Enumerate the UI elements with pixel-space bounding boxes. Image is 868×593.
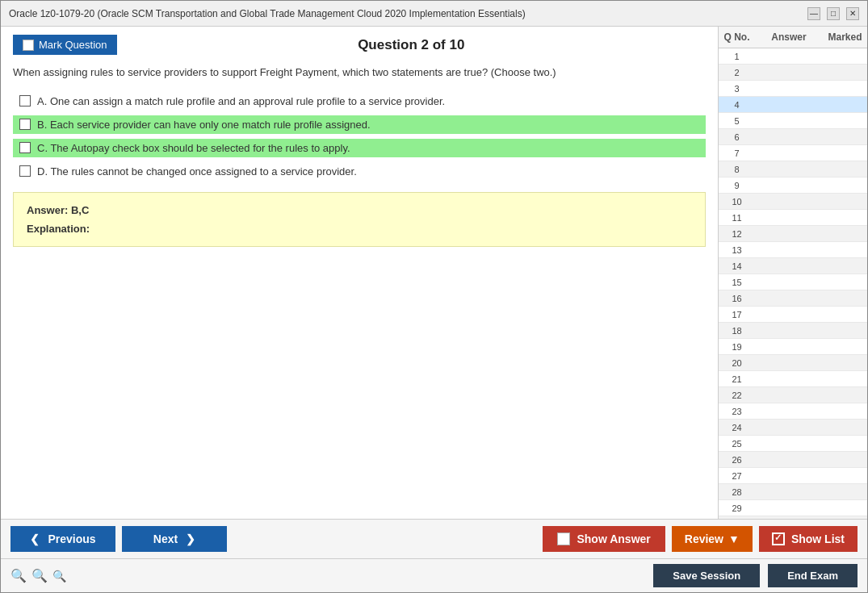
sidebar-marked-cell: [823, 443, 867, 445]
sidebar-row[interactable]: 11: [719, 210, 867, 226]
sidebar-row[interactable]: 29: [719, 500, 867, 516]
sidebar-marked-cell: [823, 395, 867, 396]
sidebar-row[interactable]: 22: [719, 387, 867, 403]
sidebar-qno-cell: 25: [719, 438, 755, 449]
sidebar-qno-cell: 15: [719, 277, 755, 288]
sidebar-row[interactable]: 21: [719, 371, 867, 387]
sidebar-row[interactable]: 28: [719, 484, 867, 500]
zoom-out-icon[interactable]: 🔍: [52, 570, 66, 583]
previous-button[interactable]: Previous: [10, 526, 115, 552]
sidebar-marked-cell: [823, 72, 867, 73]
mark-question-button[interactable]: Mark Question: [13, 35, 117, 55]
sidebar-qno-cell: 29: [719, 503, 755, 514]
sidebar-row[interactable]: 24: [719, 420, 867, 436]
sidebar-marked-cell: [823, 185, 867, 186]
sidebar-row[interactable]: 2: [719, 65, 867, 81]
header-row: Mark Question Question 2 of 10: [13, 35, 706, 55]
sidebar-qno-cell: 1: [719, 51, 755, 62]
sidebar-row[interactable]: 27: [719, 468, 867, 484]
sidebar-row[interactable]: 6: [719, 129, 867, 145]
maximize-button[interactable]: □: [827, 7, 840, 20]
sidebar-row[interactable]: 3: [719, 81, 867, 97]
sidebar-marked-cell: [823, 104, 867, 106]
sidebar-row[interactable]: 12: [719, 226, 867, 242]
sidebar-row[interactable]: 15: [719, 274, 867, 290]
option-d-checkbox[interactable]: [19, 165, 31, 177]
show-answer-label: Show Answer: [577, 532, 650, 545]
sidebar-row[interactable]: 8: [719, 161, 867, 177]
sidebar-marked-cell: [823, 459, 867, 461]
sidebar-answer-cell: [755, 378, 823, 380]
sidebar-marked-cell: [823, 152, 867, 154]
sidebar-answer-cell: [755, 507, 823, 509]
sidebar-answer-cell: [755, 411, 823, 412]
option-c-checkbox[interactable]: [19, 142, 31, 153]
sidebar-marked-cell: [823, 169, 867, 170]
mark-question-label: Mark Question: [39, 39, 107, 51]
sidebar-row[interactable]: 26: [719, 452, 867, 468]
show-list-label: Show List: [791, 532, 845, 545]
sidebar-marked-cell: [823, 201, 867, 203]
end-exam-label: End Exam: [787, 570, 838, 582]
option-a[interactable]: A. One can assign a match rule profile a…: [13, 92, 706, 111]
zoom-in-icon[interactable]: 🔍: [10, 568, 27, 583]
sidebar-row[interactable]: 19: [719, 339, 867, 355]
sidebar-row[interactable]: 25: [719, 436, 867, 452]
show-list-checkbox-icon: [772, 532, 785, 545]
sidebar-row[interactable]: 17: [719, 307, 867, 323]
close-button[interactable]: ✕: [846, 7, 859, 20]
previous-arrow-icon: [30, 532, 43, 545]
sidebar-answer-cell: [755, 233, 823, 235]
sidebar-row[interactable]: 16: [719, 290, 867, 307]
sidebar-answer-cell: [755, 314, 823, 315]
sidebar-row[interactable]: 18: [719, 323, 867, 339]
review-button[interactable]: Review ▼: [672, 526, 753, 552]
sidebar-row[interactable]: 13: [719, 242, 867, 258]
minimize-button[interactable]: —: [807, 7, 820, 20]
sidebar-row[interactable]: 1: [719, 48, 867, 65]
sidebar-answer-cell: [755, 185, 823, 186]
question-title: Question 2 of 10: [117, 37, 706, 53]
sidebar-answer-cell: [755, 298, 823, 299]
sidebar-qno-cell: 11: [719, 212, 755, 223]
sidebar-qno-cell: 2: [719, 67, 755, 78]
sidebar-marked-header: Marked: [823, 30, 867, 44]
zoom-reset-icon[interactable]: 🔍: [31, 568, 48, 583]
sidebar-marked-cell: [823, 314, 867, 315]
sidebar-marked-cell: [823, 411, 867, 412]
next-button[interactable]: Next: [122, 526, 227, 552]
option-b-checkbox[interactable]: [19, 119, 31, 130]
option-d[interactable]: D. The rules cannot be changed once assi…: [13, 162, 706, 181]
sidebar-row[interactable]: 7: [719, 145, 867, 161]
show-answer-checkbox-icon: [557, 532, 570, 545]
save-session-button[interactable]: Save Session: [653, 564, 760, 587]
option-c[interactable]: C. The Autopay check box should be selec…: [13, 139, 706, 157]
sidebar-qno-cell: 13: [719, 244, 755, 256]
sidebar-qno-cell: 10: [719, 196, 755, 207]
sidebar-row[interactable]: 10: [719, 194, 867, 210]
sidebar-marked-cell: [823, 475, 867, 477]
sidebar-answer-cell: [755, 459, 823, 461]
sidebar-qno-header: Q No.: [719, 30, 755, 44]
sidebar-row[interactable]: 4: [719, 97, 867, 113]
end-exam-button[interactable]: End Exam: [768, 564, 858, 587]
sidebar-answer-cell: [755, 201, 823, 203]
sidebar-row[interactable]: 20: [719, 355, 867, 371]
option-b[interactable]: B. Each service provider can have only o…: [13, 115, 706, 134]
option-a-checkbox[interactable]: [19, 95, 31, 106]
sidebar-marked-cell: [823, 217, 867, 219]
sidebar-row[interactable]: 5: [719, 113, 867, 129]
show-list-button[interactable]: Show List: [759, 526, 858, 552]
sidebar-qno-cell: 22: [719, 390, 755, 401]
bottom-toolbar: Previous Next Show Answer Review ▼ Show …: [1, 519, 867, 558]
sidebar-row[interactable]: 23: [719, 403, 867, 420]
sidebar-answer-cell: [755, 88, 823, 90]
sidebar-marked-cell: [823, 120, 867, 122]
show-answer-button[interactable]: Show Answer: [543, 526, 665, 552]
sidebar-answer-cell: [755, 427, 823, 428]
sidebar-list[interactable]: 1234567891011121314151617181920212223242…: [719, 48, 867, 519]
sidebar-row[interactable]: 14: [719, 258, 867, 274]
sidebar-row[interactable]: 9: [719, 177, 867, 194]
sidebar-answer-cell: [755, 346, 823, 348]
sidebar: Q No. Answer Marked 12345678910111213141…: [718, 27, 867, 519]
